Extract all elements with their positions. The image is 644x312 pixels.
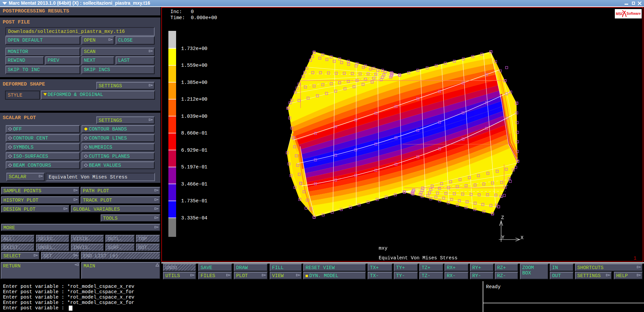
svg-text:Y: Y [501,235,504,240]
svg-text:1: 1 [634,256,637,261]
svg-text:8.660e-01: 8.660e-01 [181,131,207,136]
svg-text:Time: 0.000e+00: Time: 0.000e+00 [170,15,217,20]
svg-text:X: X [521,235,524,241]
svg-text:1.735e-01: 1.735e-01 [181,198,207,204]
svg-text:Software: Software [627,12,641,15]
svg-text:5.197e-01: 5.197e-01 [181,164,207,170]
svg-text:1.039e+00: 1.039e+00 [181,114,207,119]
svg-text:1.385e+00: 1.385e+00 [181,80,207,85]
svg-text:Inc: 0: Inc: 0 [170,9,194,14]
svg-text:3.335e-04: 3.335e-04 [181,215,207,221]
svg-text:1.732e+00: 1.732e+00 [181,46,207,51]
svg-text:6.929e-01: 6.929e-01 [181,148,207,153]
svg-text:Z: Z [501,215,504,220]
svg-text:3.466e-01: 3.466e-01 [181,181,207,187]
svg-text:1.212e+00: 1.212e+00 [181,97,207,102]
svg-text:MSC: MSC [616,12,624,16]
svg-text:Equivalent Von Mises Stress: Equivalent Von Mises Stress [379,255,458,261]
svg-text:1.559e+00: 1.559e+00 [181,63,207,68]
svg-text:mxy: mxy [379,246,387,251]
